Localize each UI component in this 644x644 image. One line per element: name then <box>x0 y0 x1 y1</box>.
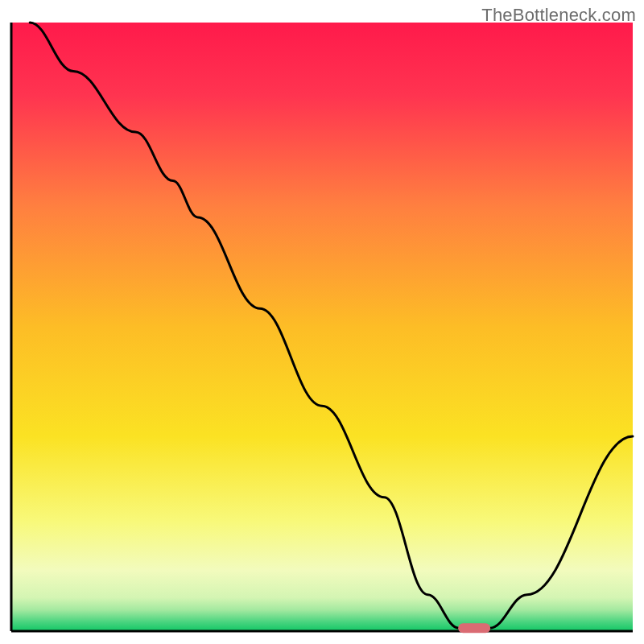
watermark-text: TheBottleneck.com <box>481 5 636 26</box>
optimal-point-marker <box>458 623 490 633</box>
chart-container: TheBottleneck.com <box>0 0 644 644</box>
plot-background <box>11 23 633 631</box>
bottleneck-chart <box>0 0 644 644</box>
